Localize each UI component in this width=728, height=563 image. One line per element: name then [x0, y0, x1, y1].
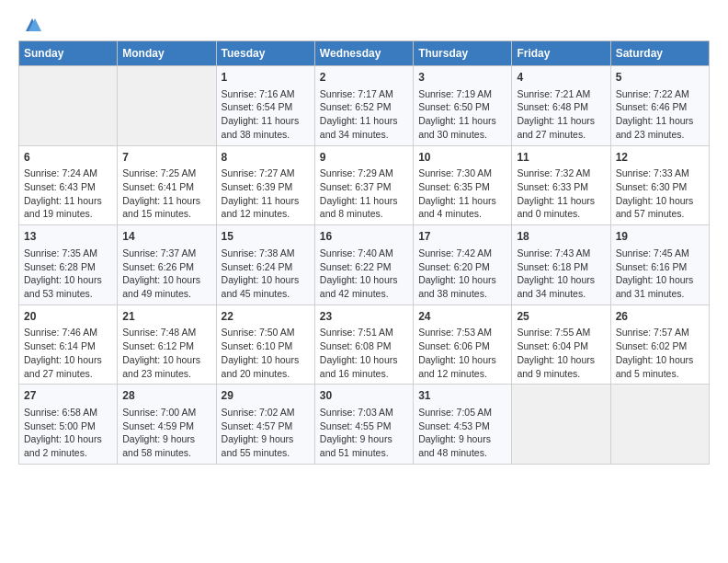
- day-info: Sunrise: 7:27 AMSunset: 6:39 PMDaylight:…: [222, 167, 310, 221]
- calendar-week-5: 27Sunrise: 6:58 AMSunset: 5:00 PMDayligh…: [19, 385, 710, 465]
- calendar-cell: 19Sunrise: 7:45 AMSunset: 6:16 PMDayligh…: [610, 225, 709, 305]
- calendar-cell: 6Sunrise: 7:24 AMSunset: 6:43 PMDaylight…: [19, 145, 118, 225]
- day-info: Sunrise: 7:50 AMSunset: 6:10 PMDaylight:…: [222, 326, 310, 380]
- calendar-cell: 24Sunrise: 7:53 AMSunset: 6:06 PMDayligh…: [414, 304, 512, 385]
- calendar-cell: 26Sunrise: 7:57 AMSunset: 6:02 PMDayligh…: [610, 304, 709, 385]
- calendar-cell: 4Sunrise: 7:21 AMSunset: 6:48 PMDaylight…: [512, 66, 610, 146]
- calendar-cell: 15Sunrise: 7:38 AMSunset: 6:24 PMDayligh…: [216, 225, 314, 305]
- day-number: 16: [320, 229, 408, 245]
- day-info: Sunrise: 7:43 AMSunset: 6:18 PMDaylight:…: [517, 247, 605, 301]
- day-info: Sunrise: 7:45 AMSunset: 6:16 PMDaylight:…: [616, 247, 704, 301]
- day-number: 7: [122, 150, 210, 166]
- day-info: Sunrise: 7:16 AMSunset: 6:54 PMDaylight:…: [222, 87, 310, 142]
- day-info: Sunrise: 7:21 AMSunset: 6:48 PMDaylight:…: [517, 87, 605, 142]
- day-number: 12: [616, 150, 704, 166]
- day-info: Sunrise: 7:25 AMSunset: 6:41 PMDaylight:…: [122, 167, 210, 221]
- day-info: Sunrise: 7:30 AMSunset: 6:35 PMDaylight:…: [418, 167, 506, 221]
- day-number: 4: [517, 70, 605, 86]
- day-info: Sunrise: 7:32 AMSunset: 6:33 PMDaylight:…: [517, 167, 605, 221]
- day-number: 10: [418, 150, 506, 166]
- header-sunday: Sunday: [19, 41, 118, 66]
- day-info: Sunrise: 7:17 AMSunset: 6:52 PMDaylight:…: [320, 87, 408, 142]
- day-info: Sunrise: 7:37 AMSunset: 6:26 PMDaylight:…: [122, 247, 210, 301]
- logo-icon: [22, 15, 42, 35]
- day-info: Sunrise: 7:02 AMSunset: 4:57 PMDaylight:…: [222, 406, 310, 460]
- calendar-cell: 22Sunrise: 7:50 AMSunset: 6:10 PMDayligh…: [216, 304, 314, 385]
- day-number: 13: [24, 229, 112, 245]
- calendar-cell: 31Sunrise: 7:05 AMSunset: 4:53 PMDayligh…: [414, 385, 512, 465]
- calendar-cell: 10Sunrise: 7:30 AMSunset: 6:35 PMDayligh…: [414, 145, 512, 225]
- day-number: 5: [616, 70, 704, 86]
- day-info: Sunrise: 7:35 AMSunset: 6:28 PMDaylight:…: [24, 247, 112, 301]
- day-number: 9: [320, 150, 408, 166]
- calendar-cell: [19, 66, 118, 146]
- day-number: 14: [122, 229, 210, 245]
- calendar-cell: 29Sunrise: 7:02 AMSunset: 4:57 PMDayligh…: [216, 385, 314, 465]
- calendar-cell: 18Sunrise: 7:43 AMSunset: 6:18 PMDayligh…: [512, 225, 610, 305]
- calendar-week-1: 1Sunrise: 7:16 AMSunset: 6:54 PMDaylight…: [19, 66, 710, 146]
- calendar-cell: 8Sunrise: 7:27 AMSunset: 6:39 PMDaylight…: [216, 145, 314, 225]
- day-number: 3: [418, 70, 506, 86]
- calendar-cell: 7Sunrise: 7:25 AMSunset: 6:41 PMDaylight…: [118, 145, 216, 225]
- day-info: Sunrise: 7:33 AMSunset: 6:30 PMDaylight:…: [616, 167, 704, 221]
- day-number: 27: [24, 388, 112, 404]
- day-info: Sunrise: 7:03 AMSunset: 4:55 PMDaylight:…: [320, 406, 408, 460]
- calendar-cell: [610, 385, 709, 465]
- day-number: 31: [418, 388, 506, 404]
- calendar-cell: 28Sunrise: 7:00 AMSunset: 4:59 PMDayligh…: [118, 385, 216, 465]
- day-info: Sunrise: 7:48 AMSunset: 6:12 PMDaylight:…: [122, 326, 210, 380]
- day-info: Sunrise: 7:51 AMSunset: 6:08 PMDaylight:…: [320, 326, 408, 380]
- day-info: Sunrise: 7:24 AMSunset: 6:43 PMDaylight:…: [24, 167, 112, 221]
- calendar-cell: 2Sunrise: 7:17 AMSunset: 6:52 PMDaylight…: [314, 66, 413, 146]
- calendar-cell: 1Sunrise: 7:16 AMSunset: 6:54 PMDaylight…: [216, 66, 314, 146]
- header-saturday: Saturday: [610, 41, 709, 66]
- calendar-cell: 13Sunrise: 7:35 AMSunset: 6:28 PMDayligh…: [19, 225, 118, 305]
- day-info: Sunrise: 7:42 AMSunset: 6:20 PMDaylight:…: [418, 247, 506, 301]
- calendar-cell: 25Sunrise: 7:55 AMSunset: 6:04 PMDayligh…: [512, 304, 610, 385]
- calendar-cell: 14Sunrise: 7:37 AMSunset: 6:26 PMDayligh…: [118, 225, 216, 305]
- day-info: Sunrise: 6:58 AMSunset: 5:00 PMDaylight:…: [24, 406, 112, 460]
- logo: [18, 15, 42, 31]
- day-number: 26: [616, 309, 704, 325]
- day-info: Sunrise: 7:55 AMSunset: 6:04 PMDaylight:…: [517, 326, 605, 380]
- calendar-cell: [118, 66, 216, 146]
- day-info: Sunrise: 7:05 AMSunset: 4:53 PMDaylight:…: [418, 406, 506, 460]
- day-info: Sunrise: 7:57 AMSunset: 6:02 PMDaylight:…: [616, 326, 704, 380]
- day-number: 1: [222, 70, 310, 86]
- calendar-cell: 27Sunrise: 6:58 AMSunset: 5:00 PMDayligh…: [19, 385, 118, 465]
- calendar-week-4: 20Sunrise: 7:46 AMSunset: 6:14 PMDayligh…: [19, 304, 710, 385]
- calendar-header-row: SundayMondayTuesdayWednesdayThursdayFrid…: [19, 41, 710, 66]
- header-monday: Monday: [118, 41, 216, 66]
- calendar-cell: 11Sunrise: 7:32 AMSunset: 6:33 PMDayligh…: [512, 145, 610, 225]
- day-number: 30: [320, 388, 408, 404]
- calendar-cell: 23Sunrise: 7:51 AMSunset: 6:08 PMDayligh…: [314, 304, 413, 385]
- day-number: 22: [222, 309, 310, 325]
- header-friday: Friday: [512, 41, 610, 66]
- calendar-cell: [512, 385, 610, 465]
- header-thursday: Thursday: [414, 41, 512, 66]
- day-number: 25: [517, 309, 605, 325]
- calendar-cell: 16Sunrise: 7:40 AMSunset: 6:22 PMDayligh…: [314, 225, 413, 305]
- calendar-week-3: 13Sunrise: 7:35 AMSunset: 6:28 PMDayligh…: [19, 225, 710, 305]
- day-number: 8: [222, 150, 310, 166]
- day-number: 19: [616, 229, 704, 245]
- day-number: 28: [122, 388, 210, 404]
- day-number: 18: [517, 229, 605, 245]
- day-number: 11: [517, 150, 605, 166]
- day-number: 2: [320, 70, 408, 86]
- page-header: [18, 15, 710, 31]
- calendar-table: SundayMondayTuesdayWednesdayThursdayFrid…: [18, 40, 710, 465]
- day-info: Sunrise: 7:19 AMSunset: 6:50 PMDaylight:…: [418, 87, 506, 142]
- day-info: Sunrise: 7:00 AMSunset: 4:59 PMDaylight:…: [122, 406, 210, 460]
- day-info: Sunrise: 7:40 AMSunset: 6:22 PMDaylight:…: [320, 247, 408, 301]
- calendar-cell: 9Sunrise: 7:29 AMSunset: 6:37 PMDaylight…: [314, 145, 413, 225]
- header-wednesday: Wednesday: [314, 41, 413, 66]
- day-number: 17: [418, 229, 506, 245]
- day-info: Sunrise: 7:22 AMSunset: 6:46 PMDaylight:…: [616, 87, 704, 142]
- calendar-cell: 3Sunrise: 7:19 AMSunset: 6:50 PMDaylight…: [414, 66, 512, 146]
- day-info: Sunrise: 7:46 AMSunset: 6:14 PMDaylight:…: [24, 326, 112, 380]
- day-number: 23: [320, 309, 408, 325]
- day-info: Sunrise: 7:53 AMSunset: 6:06 PMDaylight:…: [418, 326, 506, 380]
- calendar-cell: 20Sunrise: 7:46 AMSunset: 6:14 PMDayligh…: [19, 304, 118, 385]
- calendar-cell: 30Sunrise: 7:03 AMSunset: 4:55 PMDayligh…: [314, 385, 413, 465]
